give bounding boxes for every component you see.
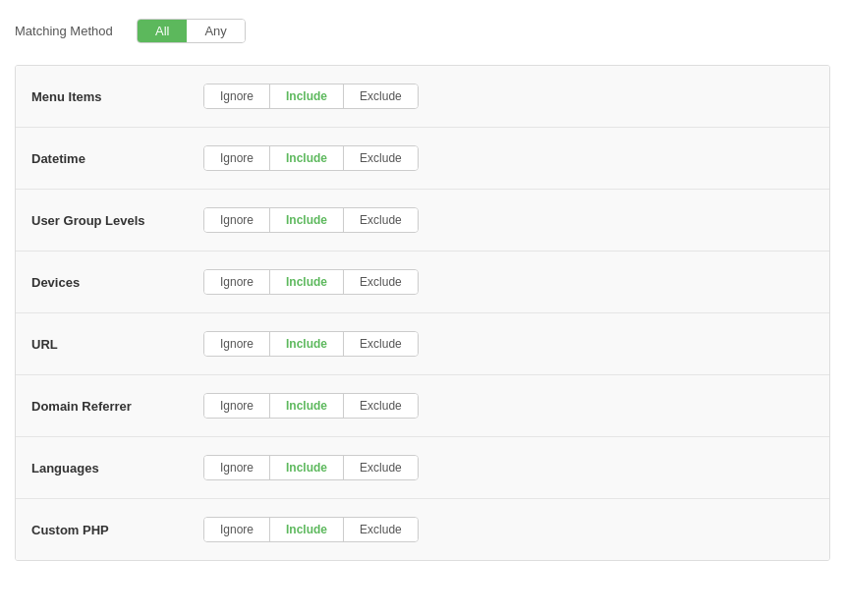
btn-ignore-url[interactable]: Ignore [204,332,270,356]
label-devices: Devices [31,275,203,290]
btn-group-user-group-levels: IgnoreIncludeExclude [203,207,419,233]
setting-row-user-group-levels: User Group LevelsIgnoreIncludeExclude [16,190,829,252]
label-languages: Languages [31,461,203,476]
label-domain-referrer: Domain Referrer [31,399,203,414]
btn-exclude-custom-php[interactable]: Exclude [344,518,418,541]
btn-include-datetime[interactable]: Include [270,146,344,170]
setting-row-menu-items: Menu ItemsIgnoreIncludeExclude [16,66,829,128]
setting-row-custom-php: Custom PHPIgnoreIncludeExclude [16,499,829,560]
btn-include-custom-php[interactable]: Include [270,518,344,541]
label-datetime: Datetime [31,151,203,166]
btn-exclude-menu-items[interactable]: Exclude [344,84,418,108]
setting-row-devices: DevicesIgnoreIncludeExclude [16,252,829,313]
label-custom-php: Custom PHP [31,523,203,537]
matching-method-label: Matching Method [15,24,123,38]
btn-include-menu-items[interactable]: Include [270,84,344,108]
toggle-any-button[interactable]: Any [187,20,244,42]
btn-ignore-custom-php[interactable]: Ignore [204,518,270,541]
btn-exclude-user-group-levels[interactable]: Exclude [344,208,418,232]
setting-row-languages: LanguagesIgnoreIncludeExclude [16,437,829,499]
btn-exclude-devices[interactable]: Exclude [344,270,418,294]
btn-include-languages[interactable]: Include [270,456,344,479]
toggle-all-button[interactable]: All [138,20,187,42]
label-user-group-levels: User Group Levels [31,213,203,228]
btn-group-url: IgnoreIncludeExclude [203,331,419,357]
setting-row-url: URLIgnoreIncludeExclude [16,313,829,375]
btn-ignore-datetime[interactable]: Ignore [204,146,270,170]
btn-exclude-url[interactable]: Exclude [344,332,418,356]
btn-ignore-domain-referrer[interactable]: Ignore [204,394,270,418]
btn-include-user-group-levels[interactable]: Include [270,208,344,232]
btn-include-domain-referrer[interactable]: Include [270,394,344,418]
btn-exclude-domain-referrer[interactable]: Exclude [344,394,418,418]
label-menu-items: Menu Items [31,89,203,104]
btn-group-custom-php: IgnoreIncludeExclude [203,517,419,542]
btn-group-datetime: IgnoreIncludeExclude [203,145,419,171]
matching-method-toggle-group: All Any [137,19,246,43]
setting-row-datetime: DatetimeIgnoreIncludeExclude [16,128,829,190]
btn-group-devices: IgnoreIncludeExclude [203,269,419,295]
setting-row-domain-referrer: Domain ReferrerIgnoreIncludeExclude [16,375,829,437]
btn-ignore-languages[interactable]: Ignore [204,456,270,479]
label-url: URL [31,337,203,352]
btn-include-devices[interactable]: Include [270,270,344,294]
btn-group-domain-referrer: IgnoreIncludeExclude [203,393,419,419]
btn-include-url[interactable]: Include [270,332,344,356]
btn-exclude-datetime[interactable]: Exclude [344,146,418,170]
btn-ignore-menu-items[interactable]: Ignore [204,84,270,108]
btn-ignore-user-group-levels[interactable]: Ignore [204,208,270,232]
btn-exclude-languages[interactable]: Exclude [344,456,418,479]
btn-group-languages: IgnoreIncludeExclude [203,455,419,480]
matching-method-row: Matching Method All Any [15,15,830,47]
btn-ignore-devices[interactable]: Ignore [204,270,270,294]
btn-group-menu-items: IgnoreIncludeExclude [203,84,419,109]
settings-container: Menu ItemsIgnoreIncludeExcludeDatetimeIg… [15,65,830,561]
